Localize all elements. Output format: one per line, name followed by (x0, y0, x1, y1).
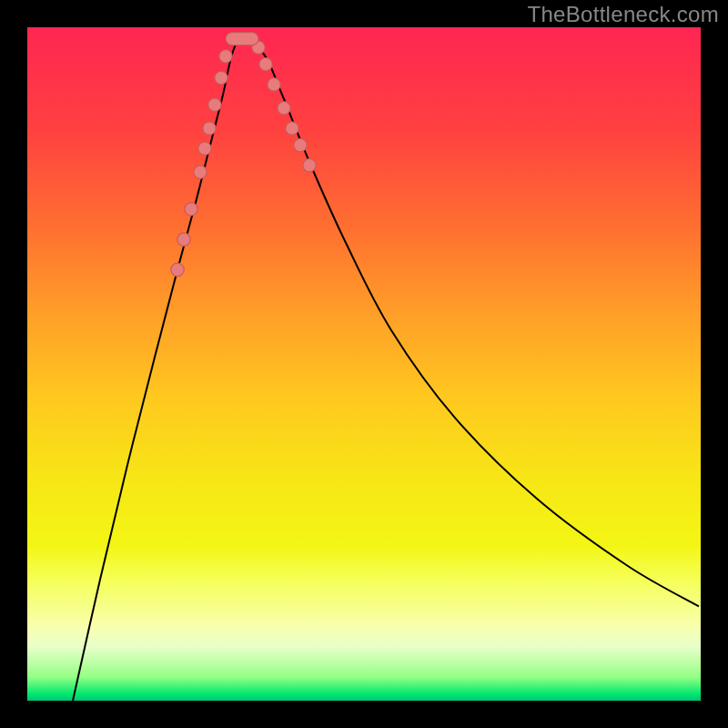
plot-area (27, 27, 701, 701)
threshold-dot (203, 122, 216, 135)
bottleneck-curve (73, 41, 699, 701)
threshold-dots-left (171, 50, 232, 277)
chart-frame: TheBottleneck.com (0, 0, 728, 728)
threshold-dots-right (252, 41, 316, 172)
threshold-dot (215, 71, 228, 84)
threshold-dot (259, 58, 272, 71)
threshold-dot (219, 50, 232, 63)
threshold-dot (278, 102, 290, 115)
threshold-dot (177, 233, 190, 246)
threshold-dot (198, 142, 211, 155)
threshold-dot (303, 159, 316, 172)
threshold-dot (194, 166, 207, 178)
threshold-dot (294, 138, 307, 151)
watermark-text: TheBottleneck.com (527, 2, 719, 27)
chart-svg (27, 27, 701, 701)
trough-blob (226, 33, 258, 46)
threshold-dot (185, 203, 197, 216)
threshold-dot (208, 98, 221, 111)
threshold-dot (171, 263, 184, 276)
threshold-dot (286, 122, 298, 135)
threshold-dot (268, 78, 280, 91)
